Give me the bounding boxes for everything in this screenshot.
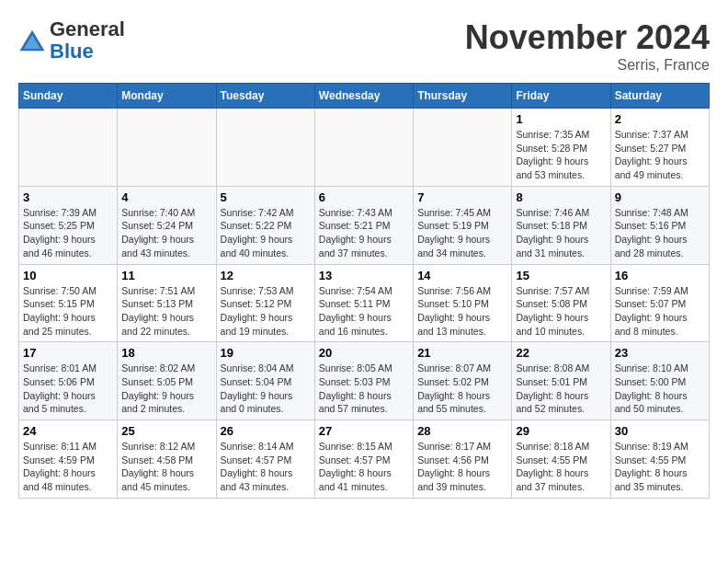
day-info: Sunrise: 8:05 AM Sunset: 5:03 PM Dayligh… (319, 362, 409, 416)
calendar-week-1: 1Sunrise: 7:35 AM Sunset: 5:28 PM Daylig… (19, 109, 710, 187)
day-info: Sunrise: 7:40 AM Sunset: 5:24 PM Dayligh… (121, 206, 211, 260)
day-info: Sunrise: 8:18 AM Sunset: 4:55 PM Dayligh… (516, 440, 606, 494)
day-number: 14 (417, 269, 507, 282)
weekday-header-sunday: Sunday (19, 84, 118, 109)
calendar-week-5: 24Sunrise: 8:11 AM Sunset: 4:59 PM Dayli… (19, 420, 710, 499)
calendar-cell (19, 109, 118, 187)
day-info: Sunrise: 8:02 AM Sunset: 5:05 PM Dayligh… (121, 362, 211, 416)
calendar-cell: 18Sunrise: 8:02 AM Sunset: 5:05 PM Dayli… (118, 342, 216, 420)
day-number: 4 (121, 190, 211, 204)
day-info: Sunrise: 7:45 AM Sunset: 5:19 PM Dayligh… (417, 206, 507, 260)
day-number: 19 (221, 346, 311, 360)
day-number: 15 (516, 269, 606, 282)
day-info: Sunrise: 7:56 AM Sunset: 5:10 PM Dayligh… (417, 284, 507, 339)
day-info: Sunrise: 7:53 AM Sunset: 5:12 PM Dayligh… (221, 284, 311, 339)
calendar-cell: 7Sunrise: 7:45 AM Sunset: 5:19 PM Daylig… (414, 186, 512, 264)
weekday-header-thursday: Thursday (414, 84, 512, 109)
day-info: Sunrise: 7:48 AM Sunset: 5:16 PM Dayligh… (615, 206, 705, 260)
logo-general: General (50, 17, 125, 40)
day-info: Sunrise: 7:37 AM Sunset: 5:27 PM Dayligh… (615, 128, 705, 182)
calendar-cell: 27Sunrise: 8:15 AM Sunset: 4:57 PM Dayli… (314, 420, 413, 499)
calendar-week-3: 10Sunrise: 7:50 AM Sunset: 5:15 PM Dayli… (19, 264, 710, 342)
calendar-cell (414, 109, 512, 187)
day-number: 6 (319, 190, 409, 204)
calendar-cell: 12Sunrise: 7:53 AM Sunset: 5:12 PM Dayli… (216, 264, 314, 342)
day-number: 27 (319, 424, 409, 438)
calendar-cell: 26Sunrise: 8:14 AM Sunset: 4:57 PM Dayli… (216, 420, 314, 499)
day-number: 26 (221, 424, 311, 438)
calendar-cell: 16Sunrise: 7:59 AM Sunset: 5:07 PM Dayli… (610, 264, 709, 342)
calendar-cell: 21Sunrise: 8:07 AM Sunset: 5:02 PM Dayli… (414, 342, 512, 420)
day-info: Sunrise: 7:51 AM Sunset: 5:13 PM Dayligh… (121, 284, 211, 339)
calendar-cell: 5Sunrise: 7:42 AM Sunset: 5:22 PM Daylig… (216, 186, 314, 264)
logo-icon (18, 27, 46, 54)
calendar-week-2: 3Sunrise: 7:39 AM Sunset: 5:25 PM Daylig… (19, 186, 710, 264)
day-info: Sunrise: 7:39 AM Sunset: 5:25 PM Dayligh… (23, 206, 113, 260)
page-subtitle: Serris, France (465, 57, 710, 74)
calendar-cell: 15Sunrise: 7:57 AM Sunset: 5:08 PM Dayli… (512, 264, 610, 342)
calendar-cell: 14Sunrise: 7:56 AM Sunset: 5:10 PM Dayli… (414, 264, 512, 342)
day-number: 22 (516, 346, 606, 360)
day-info: Sunrise: 8:11 AM Sunset: 4:59 PM Dayligh… (23, 440, 113, 494)
calendar-cell: 13Sunrise: 7:54 AM Sunset: 5:11 PM Dayli… (314, 264, 413, 342)
day-info: Sunrise: 7:50 AM Sunset: 5:15 PM Dayligh… (23, 284, 113, 339)
day-number: 3 (23, 190, 113, 204)
day-info: Sunrise: 8:08 AM Sunset: 5:01 PM Dayligh… (516, 362, 606, 416)
day-info: Sunrise: 7:42 AM Sunset: 5:22 PM Dayligh… (221, 206, 311, 260)
calendar-cell: 10Sunrise: 7:50 AM Sunset: 5:15 PM Dayli… (19, 264, 118, 342)
calendar-cell: 30Sunrise: 8:19 AM Sunset: 4:55 PM Dayli… (610, 420, 709, 499)
day-info: Sunrise: 7:59 AM Sunset: 5:07 PM Dayligh… (615, 284, 705, 339)
calendar-cell: 8Sunrise: 7:46 AM Sunset: 5:18 PM Daylig… (512, 186, 610, 264)
day-info: Sunrise: 8:10 AM Sunset: 5:00 PM Dayligh… (615, 362, 705, 416)
calendar-week-4: 17Sunrise: 8:01 AM Sunset: 5:06 PM Dayli… (19, 342, 710, 420)
calendar-cell: 17Sunrise: 8:01 AM Sunset: 5:06 PM Dayli… (19, 342, 118, 420)
day-info: Sunrise: 7:54 AM Sunset: 5:11 PM Dayligh… (319, 284, 409, 339)
calendar-cell: 29Sunrise: 8:18 AM Sunset: 4:55 PM Dayli… (512, 420, 610, 499)
day-info: Sunrise: 8:04 AM Sunset: 5:04 PM Dayligh… (221, 362, 311, 416)
day-number: 20 (319, 346, 409, 360)
day-info: Sunrise: 8:15 AM Sunset: 4:57 PM Dayligh… (319, 440, 409, 494)
calendar-cell (314, 109, 413, 187)
day-number: 21 (417, 346, 507, 360)
day-number: 10 (23, 269, 113, 282)
day-info: Sunrise: 7:46 AM Sunset: 5:18 PM Dayligh… (516, 206, 606, 260)
calendar-cell: 24Sunrise: 8:11 AM Sunset: 4:59 PM Dayli… (19, 420, 118, 499)
calendar-cell (216, 109, 314, 187)
title-block: November 2024 Serris, France (465, 18, 710, 74)
calendar-cell: 4Sunrise: 7:40 AM Sunset: 5:24 PM Daylig… (118, 186, 216, 264)
calendar-cell: 3Sunrise: 7:39 AM Sunset: 5:25 PM Daylig… (19, 186, 118, 264)
calendar-cell (118, 109, 216, 187)
calendar-cell: 20Sunrise: 8:05 AM Sunset: 5:03 PM Dayli… (314, 342, 413, 420)
day-number: 29 (516, 424, 606, 438)
logo: General Blue (18, 18, 125, 63)
day-info: Sunrise: 8:07 AM Sunset: 5:02 PM Dayligh… (417, 362, 507, 416)
day-number: 12 (221, 269, 311, 282)
day-info: Sunrise: 8:17 AM Sunset: 4:56 PM Dayligh… (417, 440, 507, 494)
calendar-table: SundayMondayTuesdayWednesdayThursdayFrid… (18, 83, 710, 499)
day-number: 18 (121, 346, 211, 360)
weekday-header-tuesday: Tuesday (216, 84, 314, 109)
calendar-cell: 11Sunrise: 7:51 AM Sunset: 5:13 PM Dayli… (118, 264, 216, 342)
calendar-cell: 1Sunrise: 7:35 AM Sunset: 5:28 PM Daylig… (512, 109, 610, 187)
day-number: 7 (417, 190, 507, 204)
calendar-cell: 23Sunrise: 8:10 AM Sunset: 5:00 PM Dayli… (610, 342, 709, 420)
day-number: 1 (516, 112, 606, 126)
day-info: Sunrise: 8:12 AM Sunset: 4:58 PM Dayligh… (121, 440, 211, 494)
day-info: Sunrise: 7:43 AM Sunset: 5:21 PM Dayligh… (319, 206, 409, 260)
day-number: 24 (23, 424, 113, 438)
day-number: 28 (417, 424, 507, 438)
weekday-header-row: SundayMondayTuesdayWednesdayThursdayFrid… (19, 84, 710, 109)
day-info: Sunrise: 7:35 AM Sunset: 5:28 PM Dayligh… (516, 128, 606, 182)
page-header: General Blue November 2024 Serris, Franc… (18, 18, 710, 74)
day-info: Sunrise: 8:01 AM Sunset: 5:06 PM Dayligh… (23, 362, 113, 416)
day-number: 13 (319, 269, 409, 282)
day-number: 8 (516, 190, 606, 204)
day-number: 16 (615, 269, 705, 282)
day-info: Sunrise: 8:14 AM Sunset: 4:57 PM Dayligh… (221, 440, 311, 494)
calendar-cell: 9Sunrise: 7:48 AM Sunset: 5:16 PM Daylig… (610, 186, 709, 264)
day-number: 23 (615, 346, 705, 360)
calendar-cell: 25Sunrise: 8:12 AM Sunset: 4:58 PM Dayli… (118, 420, 216, 499)
weekday-header-wednesday: Wednesday (314, 84, 413, 109)
day-number: 2 (615, 112, 705, 126)
calendar-cell: 28Sunrise: 8:17 AM Sunset: 4:56 PM Dayli… (414, 420, 512, 499)
